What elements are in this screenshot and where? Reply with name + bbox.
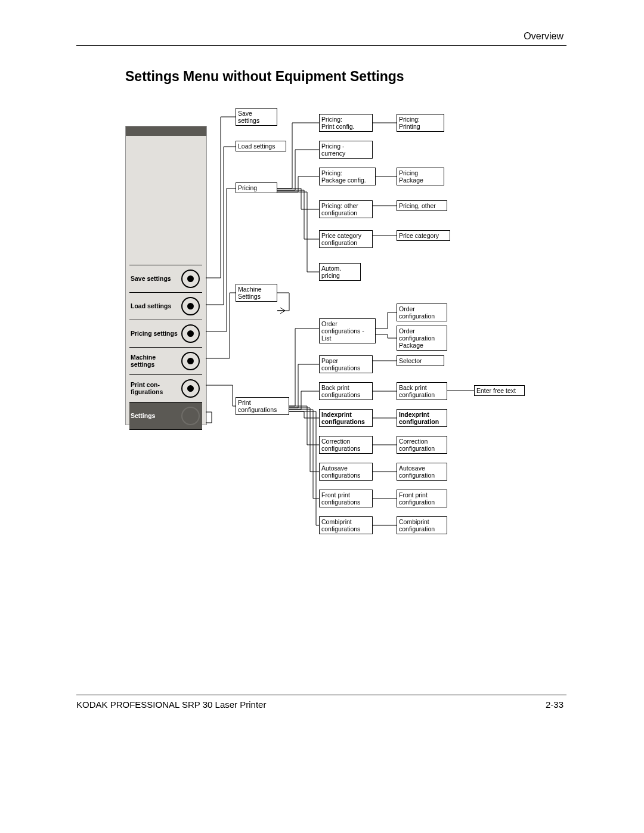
node-pricing-print-config: Pricing:Print config. — [319, 114, 373, 132]
radio-icon — [181, 352, 200, 370]
menu-item-save-settings[interactable]: Save settings — [129, 265, 202, 293]
node-order-configs-list: Order configurations - List — [319, 318, 376, 343]
node-selector: Selector — [397, 355, 444, 366]
radio-icon — [181, 407, 200, 425]
menu-label: Load settings — [129, 303, 181, 310]
node-paper-configs: Paperconfigurations — [319, 355, 373, 373]
radio-icon — [181, 270, 200, 288]
node-order-config: Orderconfiguration — [397, 304, 447, 321]
menu-label: Machine settings — [129, 354, 181, 368]
node-order-config-pkg: Order configuration Package — [397, 326, 447, 351]
settings-menu: Save settings Load settings Pricing sett… — [129, 265, 202, 430]
menu-item-machine-settings[interactable]: Machine settings — [129, 348, 202, 375]
menu-label: Settings — [129, 413, 181, 420]
node-autosave-config: Autosaveconfiguration — [397, 463, 447, 481]
menu-item-print-configurations[interactable]: Print con-figurations — [129, 375, 202, 402]
menu-item-settings-active[interactable]: Settings — [129, 402, 202, 430]
node-pricing: Pricing — [236, 182, 277, 193]
footer-rule — [76, 695, 566, 695]
node-pricing-other-config: Pricing: otherconfiguration — [319, 200, 373, 218]
node-enter-free-text: Enter free text — [474, 385, 525, 396]
menu-label: Print con-figurations — [129, 382, 181, 395]
settings-panel: Save settings Load settings Pricing sett… — [125, 126, 207, 425]
menu-item-load-settings[interactable]: Load settings — [129, 293, 202, 320]
menu-item-pricing-settings[interactable]: Pricing settings — [129, 320, 202, 348]
node-indexprint-configs: Indexprint configurations — [319, 409, 373, 427]
node-price-category: Price category — [397, 230, 450, 241]
node-price-category-config: Price category configuration — [319, 230, 373, 248]
node-combiprint-configs: Combiprint configurations — [319, 516, 373, 534]
node-correction-config: Correction configuration — [397, 436, 447, 454]
radio-icon — [181, 297, 200, 315]
header-rule — [76, 45, 566, 46]
menu-label: Save settings — [129, 275, 181, 283]
node-back-print-configs: Back printconfigurations — [319, 382, 373, 400]
footer-product: KODAK PROFESSIONAL SRP 30 Laser Printer — [76, 699, 266, 710]
radio-icon — [181, 324, 200, 343]
node-indexprint-config: Indexprint configuration — [397, 409, 447, 427]
node-load-settings: Load settings — [236, 141, 286, 151]
node-front-print-config: Front printconfiguration — [397, 490, 447, 507]
node-autosave-configs: Autosave configurations — [319, 463, 373, 481]
radio-icon — [181, 379, 200, 398]
node-front-print-configs: Front print configurations — [319, 490, 373, 507]
node-back-print-config: Back printconfiguration — [397, 382, 447, 400]
node-combiprint-config: Combiprintconfiguration — [397, 516, 447, 534]
node-correction-configs: Correction configurations — [319, 436, 373, 454]
node-autom-pricing: Autom.pricing — [319, 263, 361, 281]
node-machine-settings: Machine Settings — [236, 284, 277, 302]
node-pricing-package: PricingPackage — [397, 168, 444, 185]
footer-page-number: 2-33 — [546, 699, 564, 710]
node-pricing-currency: Pricing -currency — [319, 141, 373, 159]
node-pricing-other: Pricing, other — [397, 200, 447, 211]
page-title: Settings Menu without Equipment Settings — [125, 69, 404, 85]
header-overview: Overview — [524, 31, 564, 42]
node-print-configs: Print configurations — [236, 397, 289, 415]
node-pricing-printing: Pricing:Printing — [397, 114, 444, 132]
settings-menu-diagram: Save settings Load settings Pricing sett… — [125, 108, 559, 536]
menu-label: Pricing settings — [129, 330, 181, 337]
node-save-settings: Save settings — [236, 108, 277, 126]
node-pricing-package-config: Pricing:Package config. — [319, 168, 376, 185]
panel-titlebar — [126, 126, 206, 136]
